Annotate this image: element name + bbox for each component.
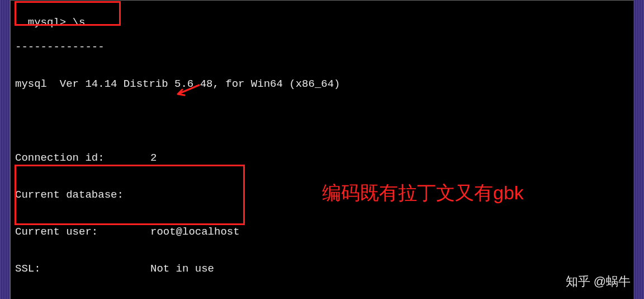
status-row: Current database: bbox=[15, 189, 629, 201]
prompt-line: mysql> \s bbox=[28, 16, 86, 29]
terminal-area[interactable]: mysql> \s -------------- mysql Ver 14.14… bbox=[10, 0, 634, 299]
mysql-prompt: mysql> bbox=[28, 16, 66, 29]
status-row: Connection id:2 bbox=[15, 152, 629, 164]
status-row: SSL:Not in use bbox=[15, 263, 629, 275]
divider-top: -------------- bbox=[15, 41, 629, 53]
command-text: \s bbox=[73, 16, 86, 29]
status-row: Current user:root@localhost bbox=[15, 226, 629, 238]
version-line: mysql Ver 14.14 Distrib 5.6.48, for Win6… bbox=[15, 78, 629, 90]
blank-line bbox=[15, 115, 629, 127]
